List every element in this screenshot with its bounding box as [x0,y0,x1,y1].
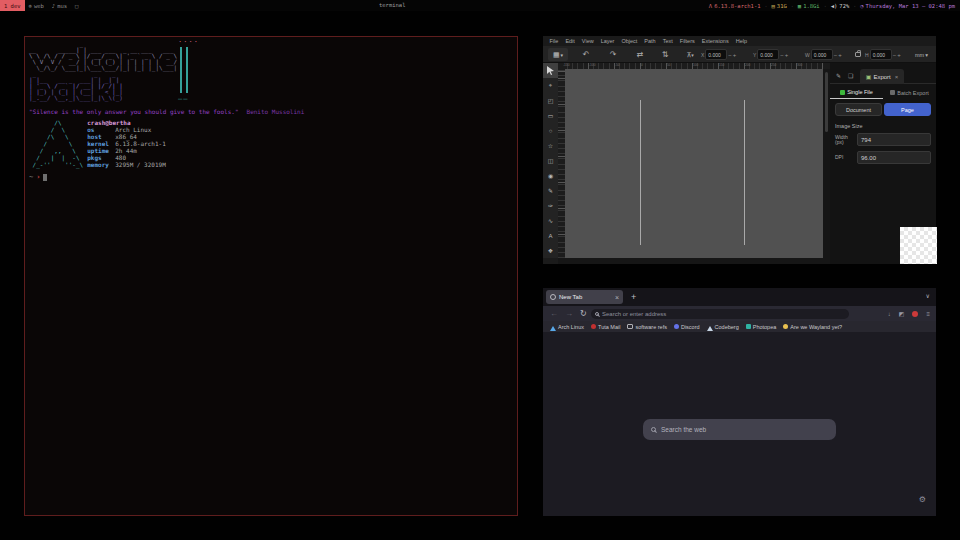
quote-text: "Silence is the only answer you should g… [29,108,239,115]
menu-layer[interactable]: Layer [597,38,618,44]
workspace-2[interactable]: ⊚web [25,0,48,11]
volume-icon: ◀) [831,3,838,9]
tab-batch-export[interactable]: Batch Export [883,86,936,99]
menu-filters[interactable]: Filters [676,38,698,44]
bookmark-7[interactable]: Are we Wayland yet? [783,324,842,330]
menu-file[interactable]: File [546,38,562,44]
spin-minus[interactable]: − [728,52,732,58]
menu-text[interactable]: Text [659,38,676,44]
pen-tool[interactable]: ✑ [543,198,558,213]
page-border-right [744,100,745,245]
shape-builder-tool[interactable]: ◰ [543,93,558,108]
bookmark-2[interactable]: Tuta Mail [591,324,620,330]
web-search-bar[interactable]: Search the web [643,419,836,440]
spin-minus[interactable]: − [780,52,784,58]
shell-prompt[interactable]: ~ › [29,173,47,181]
user-host: crash@bertha [87,119,166,126]
canvas[interactable] [565,69,823,258]
align-dropdown[interactable]: ⊼▾ [681,48,699,61]
scrollbar-thumb[interactable] [825,72,828,132]
flip-horizontal-icon[interactable]: ⇄ [633,48,647,61]
bookmark-3[interactable]: software refs [627,324,666,330]
spin-input[interactable]: 0.000 [870,49,892,60]
downloads-icon[interactable]: ↓ [888,311,891,317]
list-tabs-icon[interactable]: ∨ [926,292,930,299]
terminal-window[interactable]: _ __ _____| | ___ ___ _ __ ___ ___ \ \ /… [24,36,518,516]
select-all-dropdown[interactable]: ▦▾ [548,48,568,61]
menu-view[interactable]: View [578,38,597,44]
workspace-1[interactable]: 1 dev [0,0,25,11]
fill-stroke-icon[interactable]: ✎ [836,72,841,79]
pencil-tool[interactable]: ✎ [543,183,558,198]
fetch-value: 2h 44m [115,147,137,154]
new-tab-button[interactable]: + [631,291,636,303]
spin-plus[interactable]: + [785,52,789,58]
text-tool[interactable]: A [543,228,558,243]
url-bar[interactable]: Search or enter address [591,309,849,319]
forward-icon[interactable]: → [565,309,573,318]
batch-export-icon [890,90,895,95]
scope-document-button[interactable]: Document [835,103,882,116]
fetch-row: osArch Linux [87,126,166,133]
rotate-ccw-icon[interactable]: ↶ [579,48,593,61]
width-input[interactable]: 794 [857,133,931,146]
unit-dropdown[interactable]: mm▾ [915,48,928,61]
personalize-gear-icon[interactable]: ⚙ [919,495,926,504]
close-icon[interactable]: × [895,74,899,80]
extension-icon[interactable] [912,311,918,317]
bookmark-1[interactable]: Arch Linux [550,323,584,331]
node-tool[interactable]: ⌖ [543,78,558,93]
box-tool[interactable]: ◫ [543,153,558,168]
gradient-tool[interactable]: ❖ [543,243,558,258]
rotate-cw-icon[interactable]: ↷ [606,48,620,61]
flip-vertical-icon[interactable]: ⇅ [658,48,672,61]
tab-single-file[interactable]: Single File [830,86,883,99]
vertical-scrollbar[interactable] [823,69,830,258]
ruler-number: 100 [693,63,698,67]
bookmark-4[interactable]: Discord [674,324,700,330]
reload-icon[interactable]: ↻ [580,309,587,318]
ellipse-tool[interactable]: ○ [543,123,558,138]
close-tab-icon[interactable]: × [615,294,619,301]
spin-label: H [865,52,869,58]
menu-edit[interactable]: Edit [562,38,578,44]
browser-window[interactable]: New Tab × + ∨ ← → ↻ Search or enter addr… [543,288,936,516]
selector-tool[interactable] [543,63,558,78]
spin-label: Y [753,52,756,58]
layers-icon[interactable]: ❏ [848,72,853,79]
workspace-4[interactable]: □ [71,0,82,11]
lock-ratio-icon[interactable] [855,52,861,57]
bookmark-5[interactable]: Codeberg [707,323,739,331]
rectangle-tool[interactable]: ▭ [543,108,558,123]
workspace-3[interactable]: ♪mus [48,0,71,11]
back-icon[interactable]: ← [550,309,558,318]
menu-extensions[interactable]: Extensions [698,38,732,44]
menu-path[interactable]: Path [641,38,659,44]
spin-input[interactable]: 0.000 [811,49,833,60]
square-icon: □ [75,3,78,9]
spin-plus[interactable]: + [733,52,737,58]
browser-tab[interactable]: New Tab × [546,290,623,304]
dpi-input[interactable]: 96.00 [857,151,931,164]
fetch-row: uptime2h 44m [87,147,166,154]
star-tool[interactable]: ☆ [543,138,558,153]
status-text: 6.13.8-arch1-1 [714,3,760,9]
tab-export[interactable]: ▣ Export × [860,69,904,84]
menu-help[interactable]: Help [732,38,750,44]
spin-minus[interactable]: − [834,52,838,58]
spin-plus[interactable]: + [897,52,901,58]
calligraphy-tool[interactable]: ∿ [543,213,558,228]
inkscape-window[interactable]: FileEditViewLayerObjectPathTextFiltersEx… [543,36,936,264]
scope-page-button[interactable]: Page [884,103,931,116]
spiral-tool[interactable]: ◉ [543,168,558,183]
spin-plus[interactable]: + [838,52,842,58]
horizontal-scrollbar[interactable] [558,258,830,264]
export-tab-label: Export [873,74,890,80]
menu-icon[interactable]: ≡ [926,311,930,317]
spin-minus[interactable]: − [893,52,897,58]
bookmark-6[interactable]: Photopea [746,324,777,330]
spin-input[interactable]: 0.000 [757,49,779,60]
spin-input[interactable]: 0.000 [705,49,727,60]
extensions-icon[interactable]: ◩ [899,310,905,317]
menu-object[interactable]: Object [618,38,641,44]
